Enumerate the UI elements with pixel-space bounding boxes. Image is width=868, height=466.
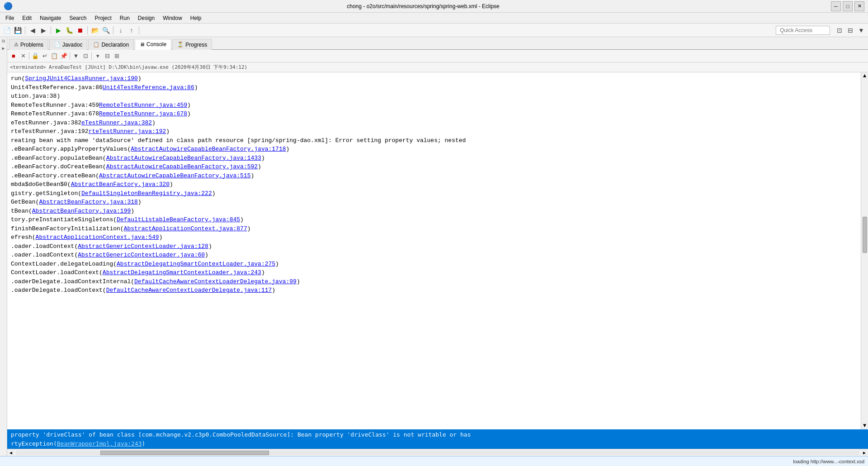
menu-item-file[interactable]: File bbox=[2, 14, 18, 22]
quick-access-input[interactable] bbox=[776, 26, 830, 35]
scroll-lock-button[interactable]: 🔒 bbox=[31, 52, 40, 61]
link-14[interactable]: DefaultSingletonBeanRegistry.java:222 bbox=[81, 189, 212, 198]
link-15[interactable]: AbstractBeanFactory.java:318 bbox=[39, 198, 137, 207]
link-20[interactable]: AbstractGenericContextLoader.java:128 bbox=[78, 242, 208, 251]
console-line-22: ContextLoader.delegateLoading(AbstractDe… bbox=[11, 260, 857, 269]
scroll-left-button[interactable]: ◀ bbox=[7, 450, 14, 456]
link-17[interactable]: DefaultListableBeanFactory.java:845 bbox=[117, 215, 240, 224]
menu-item-design[interactable]: Design bbox=[134, 14, 158, 22]
vertical-scrollbar[interactable]: ▲ ▼ bbox=[861, 72, 868, 429]
minimize-view-button[interactable]: ⊟ bbox=[845, 25, 855, 35]
debug-button[interactable]: 🐛 bbox=[64, 25, 74, 35]
tab-problems[interactable]: ⚠Problems bbox=[9, 39, 48, 50]
tab-icon-problems: ⚠ bbox=[14, 42, 19, 48]
scroll-up-button[interactable]: ▲ bbox=[861, 72, 868, 80]
toolbar-right-icons: ⊡ ⊟ ▼ bbox=[835, 25, 866, 35]
terminate-button[interactable]: ■ bbox=[9, 52, 18, 61]
menu-item-navigate[interactable]: Navigate bbox=[36, 14, 65, 22]
menu-item-edit[interactable]: Edit bbox=[19, 14, 35, 22]
error-line-2-link[interactable]: BeanWrapperImpl.java:243 bbox=[57, 440, 142, 447]
open-resource-button[interactable]: 🔍 bbox=[101, 25, 111, 35]
app-icon: 🔵 bbox=[4, 2, 13, 10]
link-18[interactable]: AbstractApplicationContext.java:877 bbox=[124, 224, 247, 233]
run-button[interactable]: ▶ bbox=[53, 25, 63, 35]
console-line-12: .eBeanFactory.createBean(AbstractAutowir… bbox=[11, 171, 857, 181]
word-wrap-button[interactable]: ↵ bbox=[40, 52, 49, 61]
open-type-button[interactable]: 📂 bbox=[90, 25, 100, 35]
link-13[interactable]: AbstractBeanFactory.java:320 bbox=[71, 180, 170, 189]
link-11[interactable]: AbstractAutowireCapableBeanFactory.java:… bbox=[106, 162, 258, 171]
pin-console-button[interactable]: 📌 bbox=[59, 52, 68, 61]
menu-item-window[interactable]: Window bbox=[159, 14, 186, 22]
tab-javadoc[interactable]: 📄Javadoc bbox=[49, 39, 88, 50]
console-line-8: reating bean with name 'dataSource' defi… bbox=[11, 136, 857, 145]
link-12[interactable]: AbstractAutowireCapableBeanFactory.java:… bbox=[99, 171, 250, 181]
link-6[interactable]: eTestRunner.java:382 bbox=[81, 119, 152, 128]
link-1[interactable]: SpringJUnit4ClassRunner.java:190 bbox=[25, 74, 138, 83]
minimize-button[interactable]: ─ bbox=[831, 1, 841, 11]
tab-declaration[interactable]: 📋Declaration bbox=[88, 39, 134, 50]
minimize-console-button[interactable]: ⊟ bbox=[103, 52, 112, 61]
save-button[interactable]: 💾 bbox=[13, 25, 23, 35]
link-16[interactable]: AbstractBeanFactory.java:199 bbox=[32, 207, 131, 216]
menu-item-search[interactable]: Search bbox=[66, 14, 90, 22]
link-4[interactable]: RemoteTestRunner.java:459 bbox=[99, 101, 187, 110]
toolbar-sep-5 bbox=[139, 26, 139, 34]
horizontal-scrollbar[interactable]: ◀ ▶ bbox=[7, 449, 868, 456]
link-21[interactable]: AbstractGenericContextLoader.java:60 bbox=[78, 251, 205, 260]
maximize-button[interactable]: □ bbox=[843, 1, 853, 11]
remove-terminated-button[interactable]: ✕ bbox=[19, 52, 28, 61]
link-19[interactable]: AbstractApplicationContext.java:549 bbox=[36, 233, 159, 242]
scroll-right-button[interactable]: ▶ bbox=[861, 450, 868, 456]
toolbar-sep-2 bbox=[51, 26, 51, 34]
view-menu-button[interactable]: ▼ bbox=[856, 25, 866, 35]
link-23[interactable]: AbstractDelegatingSmartContextLoader.jav… bbox=[103, 268, 261, 277]
next-annotation-button[interactable]: ↓ bbox=[116, 25, 126, 35]
link-2[interactable]: Unit4TestReference.java:86 bbox=[103, 83, 194, 92]
tab-console[interactable]: 🖥Console bbox=[135, 39, 171, 50]
scrollbar-track[interactable] bbox=[861, 80, 868, 422]
error-line-2-prefix: rtyException( bbox=[11, 440, 57, 447]
menu-item-project[interactable]: Project bbox=[91, 14, 115, 22]
scrollbar-thumb[interactable] bbox=[863, 217, 867, 253]
left-strip-icon-1: ⧉ bbox=[2, 39, 5, 44]
bottom-status-bar: loading http://www...-context.xsd bbox=[0, 456, 868, 466]
stop-button[interactable]: ⏹ bbox=[75, 25, 85, 35]
console-line-10: .eBeanFactory.populateBean(AbstractAutow… bbox=[11, 154, 857, 163]
menu-item-help[interactable]: Help bbox=[187, 14, 205, 22]
console-line-19: efresh(AbstractApplicationContext.java:5… bbox=[11, 233, 857, 242]
new-console-button[interactable]: 📋 bbox=[50, 52, 59, 61]
titlebar: 🔵 chong - o2o/src/main/resources/spring/… bbox=[0, 0, 868, 13]
console-view-menu-button[interactable]: ▾ bbox=[93, 52, 102, 61]
link-22[interactable]: AbstractDelegatingSmartContextLoader.jav… bbox=[117, 260, 275, 269]
new-button[interactable]: 📄 bbox=[2, 25, 12, 35]
h-scrollbar-track[interactable] bbox=[16, 451, 859, 455]
display-selected-console-button[interactable]: ⊡ bbox=[81, 52, 90, 61]
close-button[interactable]: ✕ bbox=[854, 1, 864, 11]
console-line-2: Unit4TestReference.java:86Unit4TestRefer… bbox=[11, 83, 857, 92]
console-output[interactable]: run(SpringJUnit4ClassRunner.java:190)Uni… bbox=[7, 72, 861, 429]
terminated-label: <terminated> AreaDaoTest [JUnit] D:\JDK\… bbox=[10, 64, 247, 71]
prev-annotation-button[interactable]: ↑ bbox=[127, 25, 137, 35]
loading-status: loading http://www...-context.xsd bbox=[793, 459, 864, 464]
link-25[interactable]: DefaultCacheAwareContextLoaderDelegate.j… bbox=[106, 286, 272, 295]
maximize-view-button[interactable]: ⊡ bbox=[835, 25, 844, 35]
link-24[interactable]: DefaultCacheAwareContextLoaderDelegate.j… bbox=[134, 277, 297, 286]
menu-item-run[interactable]: Run bbox=[116, 14, 133, 22]
h-scrollbar-thumb[interactable] bbox=[100, 451, 269, 455]
console-line-16: tBean(AbstractBeanFactory.java:199) bbox=[11, 207, 857, 216]
tab-progress[interactable]: ⏳Progress bbox=[172, 39, 212, 50]
menubar: FileEditNavigateSearchProjectRunDesignWi… bbox=[0, 13, 868, 24]
link-10[interactable]: AbstractAutowireCapableBeanFactory.java:… bbox=[106, 154, 261, 163]
link-5[interactable]: RemoteTestRunner.java:678 bbox=[99, 109, 187, 119]
back-button[interactable]: ◀ bbox=[28, 25, 38, 35]
scroll-down-button[interactable]: ▼ bbox=[861, 422, 868, 429]
console-line-9: .eBeanFactory.applyPropertyValues(Abstra… bbox=[11, 145, 857, 154]
link-9[interactable]: AbstractAutowireCapableBeanFactory.java:… bbox=[131, 145, 286, 154]
link-7[interactable]: rteTestRunner.java:192 bbox=[89, 127, 166, 136]
error-highlight-section: property 'driveClass' of bean class [com… bbox=[7, 429, 868, 449]
open-console-button[interactable]: ▼ bbox=[71, 52, 80, 61]
forward-button[interactable]: ▶ bbox=[38, 25, 48, 35]
console-line-11: .eBeanFactory.doCreateBean(AbstractAutow… bbox=[11, 162, 857, 171]
maximize-console-button[interactable]: ⊞ bbox=[112, 52, 121, 61]
